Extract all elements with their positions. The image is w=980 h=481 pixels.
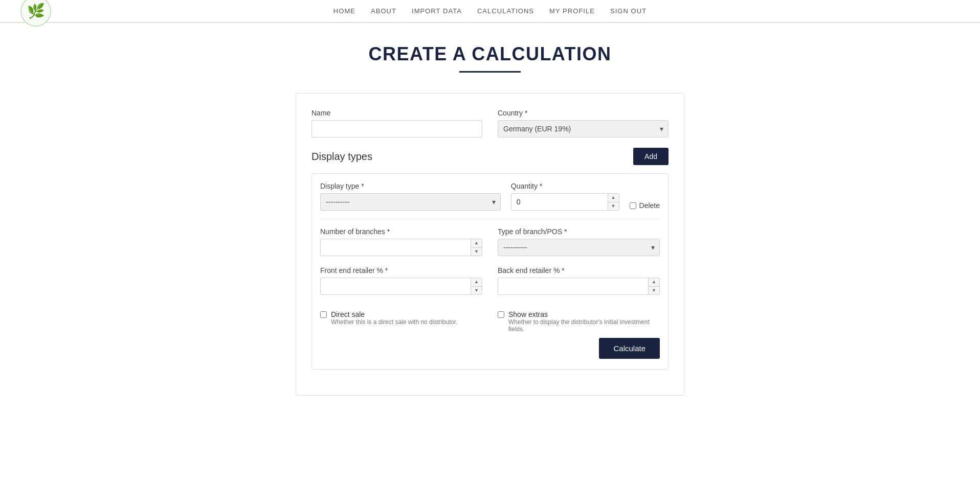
direct-sale-checkbox[interactable] xyxy=(320,311,327,318)
logo-circle: 🌿 xyxy=(20,0,51,27)
display-type-select[interactable]: ---------- xyxy=(320,193,501,211)
branches-increment-button[interactable]: ▲ xyxy=(471,239,482,248)
display-type-select-wrapper: ---------- xyxy=(320,193,501,211)
direct-sale-desc: Whether this is a direct sale with no di… xyxy=(331,318,457,326)
main-content: CREATE A CALCULATION Name Country * Germ… xyxy=(285,23,695,416)
quantity-input[interactable] xyxy=(511,193,619,211)
nav-link-my-profile[interactable]: MY PROFILE xyxy=(549,5,595,17)
display-type-row: Display type * ---------- Quantity * ▲ xyxy=(311,173,669,370)
nav-link-import-data[interactable]: IMPORT DATA xyxy=(412,5,462,17)
display-type-group: Display type * ---------- xyxy=(320,182,501,211)
display-type-label: Display type * xyxy=(320,182,501,190)
show-extras-label-group: Show extras Whether to display the distr… xyxy=(508,310,660,333)
type-of-branch-select-wrapper: ---------- xyxy=(498,239,660,256)
front-end-retailer-group: Front end retailer % * ▲ ▼ xyxy=(320,266,482,295)
direct-sale-group: Direct sale Whether this is a direct sal… xyxy=(320,305,482,333)
logo-leaf-icon: 🌿 xyxy=(27,3,45,19)
quantity-label: Quantity * xyxy=(511,182,619,190)
nav-link-sign-out[interactable]: SIGN OUT xyxy=(610,5,647,17)
nav-link-calculations[interactable]: CALCULATIONS xyxy=(477,5,534,17)
nav-link-home[interactable]: HOME xyxy=(333,5,355,17)
nav-link-about[interactable]: ABOUT xyxy=(371,5,396,17)
delete-label: Delete xyxy=(639,201,660,210)
quantity-spinbox: ▲ ▼ xyxy=(511,193,619,211)
direct-sale-row: Direct sale Whether this is a direct sal… xyxy=(320,310,482,326)
type-of-branch-label: Type of branch/POS * xyxy=(498,227,660,236)
show-extras-desc: Whether to display the distributor's ini… xyxy=(508,318,660,333)
front-end-spinbox: ▲ ▼ xyxy=(320,278,482,295)
display-type-fields: Display type * ---------- Quantity * ▲ xyxy=(320,182,660,211)
show-extras-row: Show extras Whether to display the distr… xyxy=(498,310,660,333)
name-input[interactable] xyxy=(311,120,482,138)
front-end-retailer-label: Front end retailer % * xyxy=(320,266,482,274)
display-types-title: Display types xyxy=(311,151,372,163)
checkboxes-row: Direct sale Whether this is a direct sal… xyxy=(320,305,660,333)
type-of-branch-group: Type of branch/POS * ---------- xyxy=(498,227,660,256)
name-country-row: Name Country * Germany (EUR 19%) xyxy=(311,109,669,138)
branches-spinbox-btns: ▲ ▼ xyxy=(471,239,482,256)
country-label: Country * xyxy=(498,109,669,117)
number-of-branches-group: Number of branches * ▲ ▼ xyxy=(320,227,482,256)
logo[interactable]: 🌿 xyxy=(20,0,51,27)
front-end-decrement-button[interactable]: ▼ xyxy=(471,287,482,295)
navbar: 🌿 HOMEABOUTIMPORT DATACALCULATIONSMY PRO… xyxy=(0,0,980,23)
direct-sale-label: Direct sale xyxy=(331,310,457,318)
name-group: Name xyxy=(311,109,482,138)
country-select-wrapper: Germany (EUR 19%) xyxy=(498,120,669,138)
front-end-increment-button[interactable]: ▲ xyxy=(471,278,482,287)
page-title: CREATE A CALCULATION xyxy=(296,43,684,65)
number-of-branches-label: Number of branches * xyxy=(320,227,482,236)
country-group: Country * Germany (EUR 19%) xyxy=(498,109,669,138)
nav-links: HOMEABOUTIMPORT DATACALCULATIONSMY PROFI… xyxy=(333,5,647,17)
title-underline xyxy=(459,71,521,73)
branches-decrement-button[interactable]: ▼ xyxy=(471,248,482,256)
show-extras-checkbox[interactable] xyxy=(498,311,504,318)
back-end-spinbox: ▲ ▼ xyxy=(498,278,660,295)
quantity-group: Quantity * ▲ ▼ xyxy=(511,182,619,211)
type-of-branch-select[interactable]: ---------- xyxy=(498,239,660,256)
name-label: Name xyxy=(311,109,482,117)
country-select[interactable]: Germany (EUR 19%) xyxy=(498,120,669,138)
branches-input[interactable] xyxy=(320,239,482,256)
retailer-row: Front end retailer % * ▲ ▼ Back end reta… xyxy=(320,266,660,295)
delete-group: Delete xyxy=(630,201,660,211)
branches-row: Number of branches * ▲ ▼ Type of branch/… xyxy=(320,227,660,256)
calculate-button[interactable]: Calculate xyxy=(599,338,660,359)
back-end-retailer-input[interactable] xyxy=(498,278,660,295)
quantity-decrement-button[interactable]: ▼ xyxy=(608,202,619,211)
front-end-retailer-input[interactable] xyxy=(320,278,482,295)
show-extras-label: Show extras xyxy=(508,310,660,318)
display-types-header: Display types Add xyxy=(311,148,669,165)
back-end-spinbox-btns: ▲ ▼ xyxy=(648,278,659,294)
form-card: Name Country * Germany (EUR 19%) Display… xyxy=(296,93,684,396)
add-button[interactable]: Add xyxy=(633,148,669,165)
show-extras-group: Show extras Whether to display the distr… xyxy=(498,305,660,333)
direct-sale-label-group: Direct sale Whether this is a direct sal… xyxy=(331,310,457,326)
back-end-decrement-button[interactable]: ▼ xyxy=(649,287,659,295)
back-end-retailer-label: Back end retailer % * xyxy=(498,266,660,274)
quantity-spinbox-btns: ▲ ▼ xyxy=(608,194,619,210)
quantity-increment-button[interactable]: ▲ xyxy=(608,194,619,202)
front-end-spinbox-btns: ▲ ▼ xyxy=(471,278,482,294)
back-end-retailer-group: Back end retailer % * ▲ ▼ xyxy=(498,266,660,295)
dt-separator xyxy=(320,219,660,219)
branches-spinbox: ▲ ▼ xyxy=(320,239,482,256)
back-end-increment-button[interactable]: ▲ xyxy=(649,278,659,287)
delete-checkbox[interactable] xyxy=(630,202,636,209)
form-actions: Calculate xyxy=(320,338,660,359)
